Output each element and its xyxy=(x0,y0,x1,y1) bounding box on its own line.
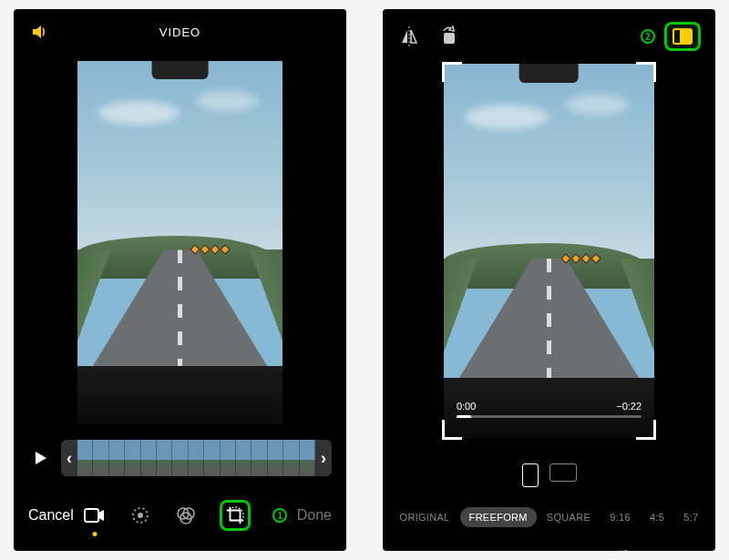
orientation-portrait[interactable] xyxy=(522,463,539,487)
flip-icon[interactable] xyxy=(397,25,421,48)
active-dot-icon xyxy=(93,532,98,536)
step-badge: 1 xyxy=(272,508,287,523)
video-preview: 0:00 −0:22 xyxy=(444,64,654,438)
aspect-4-5[interactable]: 4:5 xyxy=(641,507,673,527)
orientation-toggle xyxy=(383,456,715,500)
crop-handle-tr[interactable] xyxy=(636,62,656,82)
step-badge: 2 xyxy=(641,29,655,44)
video-preview[interactable] xyxy=(77,61,282,424)
svg-rect-0 xyxy=(85,509,98,522)
tool-tabs xyxy=(471,547,637,551)
aspect-9-16[interactable]: 9:16 xyxy=(601,507,640,527)
svg-rect-9 xyxy=(680,29,692,44)
crop-handle-bl[interactable] xyxy=(442,420,462,440)
rotate-icon[interactable] xyxy=(437,25,461,48)
crop-viewport: 0:00 −0:22 xyxy=(383,64,715,456)
adjust-tool-icon[interactable] xyxy=(128,504,152,527)
trim-handle-right[interactable]: › xyxy=(315,440,332,476)
time-remaining: −0:22 xyxy=(616,401,642,412)
aspect-square[interactable]: SQUARE xyxy=(538,507,600,527)
orientation-landscape[interactable] xyxy=(549,463,577,482)
crop-tool-icon xyxy=(225,505,245,525)
crop-top-bar: 2 xyxy=(383,9,715,64)
aspect-ratio-options: ORIGINAL FREEFORM SQUARE 9:16 4:5 5:7 xyxy=(383,500,715,535)
aspect-original[interactable]: ORIGINAL xyxy=(391,507,459,527)
crop-frame[interactable]: 0:00 −0:22 xyxy=(444,64,654,438)
filters-tool-icon[interactable] xyxy=(174,504,198,527)
aspect-ratio-icon xyxy=(673,28,693,45)
timeline-row: ‹ › xyxy=(14,431,346,485)
time-slider[interactable] xyxy=(457,415,642,418)
bottom-bar: Cancel Done xyxy=(383,535,715,551)
header-title: VIDEO xyxy=(14,25,346,39)
svg-rect-7 xyxy=(444,33,455,44)
cancel-button[interactable]: Cancel xyxy=(28,507,74,524)
done-button[interactable]: Done xyxy=(297,507,332,524)
filters-tool-icon[interactable] xyxy=(566,547,590,551)
crop-handle-br[interactable] xyxy=(636,420,656,440)
phone-left: VIDEO ‹ › Cancel xyxy=(14,9,346,551)
phone-right: 2 0:00 −0:22 xyxy=(383,9,715,551)
crop-tool-icon[interactable] xyxy=(613,547,637,551)
aspect-ratio-button-highlighted[interactable] xyxy=(664,22,701,51)
aspect-freeform[interactable]: FREEFORM xyxy=(460,507,537,527)
crop-tool-highlighted[interactable] xyxy=(220,500,251,531)
video-viewport xyxy=(14,55,346,431)
time-scrubber[interactable]: 0:00 −0:22 xyxy=(457,401,642,418)
svg-point-2 xyxy=(138,513,143,518)
aspect-5-7[interactable]: 5:7 xyxy=(674,507,707,527)
video-tool-icon[interactable] xyxy=(83,504,107,527)
trim-handle-left[interactable]: ‹ xyxy=(61,440,77,476)
adjust-tool-icon[interactable] xyxy=(519,547,542,551)
video-tool-icon[interactable] xyxy=(471,547,495,551)
timeline-strip[interactable]: ‹ › xyxy=(61,440,332,476)
tool-tabs: 1 xyxy=(83,500,287,531)
bottom-bar: Cancel 1 Done xyxy=(14,485,346,551)
header: VIDEO xyxy=(14,9,346,55)
crop-handle-tl[interactable] xyxy=(442,62,462,82)
play-button[interactable] xyxy=(28,446,52,470)
time-current: 0:00 xyxy=(457,401,476,412)
